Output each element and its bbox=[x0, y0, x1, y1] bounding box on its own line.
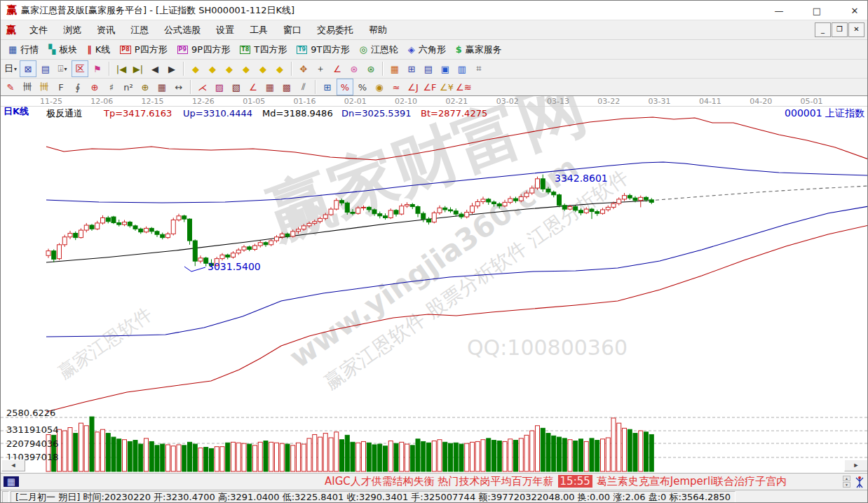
candle-body[interactable] bbox=[367, 207, 371, 210]
tool-calculator[interactable]: ⊞ bbox=[404, 61, 419, 76]
candle-body[interactable] bbox=[123, 222, 127, 225]
tool-compress-bars[interactable]: ◆ bbox=[238, 61, 254, 76]
tool-spiral-tool[interactable]: ∮ bbox=[70, 79, 86, 95]
candle-body[interactable] bbox=[68, 233, 72, 236]
candle-body[interactable] bbox=[595, 212, 599, 214]
candle-body[interactable] bbox=[644, 197, 649, 200]
candle-body[interactable] bbox=[454, 211, 458, 214]
tool-shift-right[interactable]: ◆ bbox=[205, 61, 220, 76]
menu-item-3[interactable]: 资讯 bbox=[89, 22, 123, 39]
candle-body[interactable] bbox=[617, 199, 621, 203]
candle-body[interactable] bbox=[106, 217, 110, 221]
candle-body[interactable] bbox=[552, 192, 556, 195]
tool-box-diagonal[interactable]: ▧ bbox=[229, 79, 244, 95]
candle-body[interactable] bbox=[633, 198, 637, 201]
candle-body[interactable] bbox=[198, 258, 203, 261]
tool-gann-grid[interactable]: 卌 bbox=[20, 79, 35, 95]
candle-body[interactable] bbox=[46, 251, 50, 256]
mdi-minimize-button[interactable]: _ bbox=[815, 22, 831, 37]
candle-body[interactable] bbox=[623, 196, 627, 199]
tool-wave-tool[interactable]: ≈ bbox=[388, 79, 404, 95]
tool-workstation[interactable]: ⌗ bbox=[471, 61, 487, 76]
toolbar-button-gann-wheel[interactable]: ◎江恩轮 bbox=[354, 42, 402, 58]
tool-crosshair[interactable]: ＋ bbox=[313, 61, 328, 76]
candle-body[interactable] bbox=[334, 201, 339, 209]
candle-body[interactable] bbox=[297, 229, 301, 232]
tool-angle-f[interactable]: ∠F bbox=[422, 79, 438, 95]
menu-item-9[interactable]: 交易委托 bbox=[309, 22, 361, 39]
candle-body[interactable] bbox=[74, 233, 78, 237]
ticker-scroll-down-button[interactable]: ▼ bbox=[843, 482, 850, 488]
candle-body[interactable] bbox=[307, 223, 311, 226]
candle-body[interactable] bbox=[149, 228, 154, 231]
mdi-restore-button[interactable]: ❒ bbox=[832, 22, 848, 37]
tool-box-fan[interactable]: ▨ bbox=[212, 79, 227, 95]
candle-body[interactable] bbox=[220, 255, 224, 258]
candle-body[interactable] bbox=[139, 229, 143, 232]
candle-body[interactable] bbox=[182, 216, 187, 219]
ticker-scroll-up-button[interactable]: ▲ bbox=[843, 476, 850, 481]
candle-body[interactable] bbox=[400, 206, 404, 214]
tool-percent[interactable]: % bbox=[355, 79, 370, 95]
tool-prev-bar[interactable]: ◀ bbox=[147, 61, 163, 76]
candle-body[interactable] bbox=[590, 209, 594, 212]
candle-body[interactable] bbox=[410, 204, 414, 206]
tool-angle-gold[interactable]: ∠¥ bbox=[439, 79, 454, 95]
candle-body[interactable] bbox=[258, 243, 262, 246]
candle-body[interactable] bbox=[568, 207, 572, 210]
candle-body[interactable] bbox=[519, 196, 523, 201]
toolbar-button-9p-square[interactable]: P99P四方形 bbox=[172, 42, 236, 58]
scroll-right-button[interactable]: ► bbox=[844, 460, 868, 471]
candle-body[interactable] bbox=[438, 208, 442, 213]
candle-body[interactable] bbox=[503, 202, 507, 206]
menu-item-5[interactable]: 公式选股 bbox=[156, 22, 208, 39]
candle-body[interactable] bbox=[470, 206, 475, 213]
candle-body[interactable] bbox=[111, 217, 116, 222]
candle-body[interactable] bbox=[579, 210, 583, 213]
tool-save[interactable]: ▣ bbox=[438, 61, 453, 76]
toolbar-button-p-square[interactable]: P8P四方形 bbox=[115, 42, 172, 58]
tool-n-square[interactable]: n² bbox=[121, 79, 136, 95]
candle-body[interactable] bbox=[497, 204, 501, 206]
candle-body[interactable] bbox=[449, 210, 453, 211]
tool-last-bar[interactable]: ▶| bbox=[130, 61, 146, 76]
tool-zoom-box[interactable]: ⊠ bbox=[20, 60, 36, 77]
tool-trend-angle[interactable]: ∠ bbox=[245, 79, 261, 95]
candle-body[interactable] bbox=[524, 193, 529, 196]
candle-body[interactable] bbox=[62, 237, 67, 245]
candle-body[interactable] bbox=[318, 218, 323, 221]
tool-ruler-grid[interactable]: ▦ bbox=[154, 79, 170, 95]
candle-body[interactable] bbox=[432, 213, 436, 222]
menu-item-7[interactable]: 工具 bbox=[242, 22, 276, 39]
candle-body[interactable] bbox=[84, 225, 88, 230]
scroll-left-button[interactable]: ◄ bbox=[1, 460, 25, 471]
toolbar-button-kline[interactable]: ‖K线 bbox=[82, 42, 115, 58]
candle-body[interactable] bbox=[536, 179, 540, 188]
tool-parallel-lines[interactable]: ⫽ bbox=[296, 79, 311, 95]
candle-body[interactable] bbox=[416, 207, 420, 214]
tool-price-grid[interactable]: ♯ bbox=[104, 79, 119, 95]
tool-flower-green[interactable]: ⊛ bbox=[363, 61, 379, 76]
candle-body[interactable] bbox=[362, 207, 366, 208]
tool-width-measure[interactable]: ↔ bbox=[171, 79, 187, 95]
tool-angle-j[interactable]: ∠J bbox=[405, 79, 421, 95]
tool-expand-vertical[interactable]: ◆ bbox=[255, 61, 271, 76]
candle-body[interactable] bbox=[405, 204, 409, 206]
candle-body[interactable] bbox=[253, 246, 257, 249]
tool-grid-box-dense[interactable]: ▩ bbox=[279, 79, 294, 95]
candle-body[interactable] bbox=[351, 212, 355, 213]
tool-flag-marker[interactable]: ⚑ bbox=[90, 61, 105, 76]
candle-body[interactable] bbox=[541, 179, 545, 189]
candle-body[interactable] bbox=[384, 216, 388, 218]
candle-body[interactable] bbox=[226, 255, 230, 257]
candle-body[interactable] bbox=[280, 234, 284, 236]
menu-item-2[interactable]: 浏览 bbox=[55, 22, 89, 39]
candle-body[interactable] bbox=[492, 202, 496, 204]
candle-body[interactable] bbox=[427, 219, 431, 222]
tool-fibonacci-section[interactable]: F bbox=[53, 79, 69, 95]
tool-calendar[interactable]: ▦ bbox=[387, 61, 402, 76]
tool-percent-box[interactable]: % bbox=[337, 79, 353, 95]
tool-first-bar[interactable]: |◀ bbox=[114, 61, 129, 76]
candle-body[interactable] bbox=[231, 253, 236, 257]
candle-body[interactable] bbox=[378, 214, 382, 216]
